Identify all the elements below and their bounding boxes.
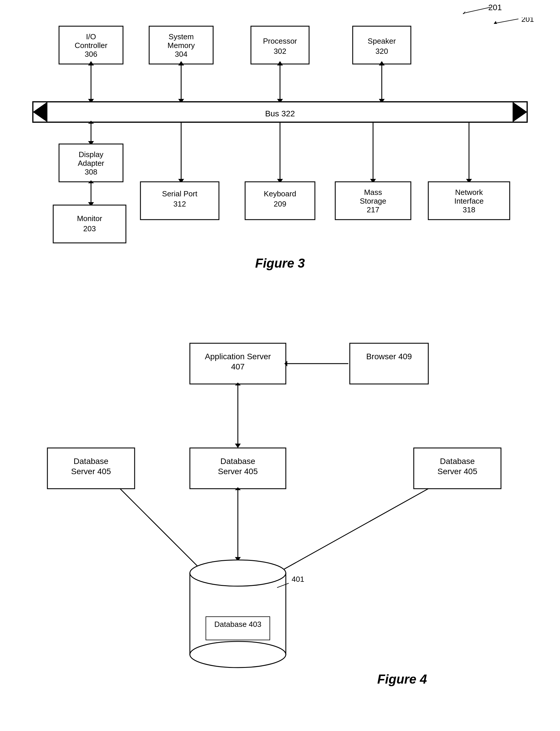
page-container: 201 I/O Controller 306 System Memory 304… [0, 0, 560, 731]
svg-text:312: 312 [173, 199, 186, 208]
svg-text:304: 304 [175, 50, 187, 58]
svg-text:Mass: Mass [364, 188, 382, 197]
svg-marker-67 [494, 21, 497, 24]
svg-text:Storage: Storage [360, 197, 386, 205]
svg-text:401: 401 [292, 575, 304, 584]
svg-text:Processor: Processor [263, 37, 297, 45]
svg-text:201: 201 [521, 17, 534, 24]
svg-rect-72 [350, 343, 428, 384]
svg-text:Keyboard: Keyboard [264, 189, 296, 198]
svg-line-66 [495, 19, 518, 23]
svg-text:Serial Port: Serial Port [162, 189, 197, 198]
svg-text:Speaker: Speaker [368, 37, 396, 45]
figure3-diagram: I/O Controller 306 System Memory 304 Pro… [24, 17, 536, 314]
svg-line-93 [277, 489, 428, 573]
svg-point-97 [190, 641, 286, 668]
svg-marker-1 [463, 11, 466, 14]
svg-point-96 [190, 560, 286, 586]
svg-line-91 [120, 489, 204, 573]
svg-text:Display: Display [79, 150, 103, 159]
svg-text:Controller: Controller [75, 41, 108, 50]
svg-text:I/O: I/O [86, 32, 96, 41]
svg-text:407: 407 [231, 362, 245, 371]
figure4-diagram: Application Server 407 Browser 409 Datab… [24, 320, 536, 731]
svg-rect-49 [53, 205, 126, 243]
figure3-caption: Figure 3 [255, 256, 305, 270]
svg-line-0 [464, 7, 490, 13]
bus-label: Bus 322 [265, 109, 295, 118]
svg-text:Memory: Memory [167, 41, 195, 50]
svg-text:Database: Database [74, 457, 108, 466]
svg-text:Network: Network [455, 188, 483, 197]
svg-text:Server 405: Server 405 [438, 467, 477, 476]
svg-text:System: System [169, 32, 194, 41]
svg-text:203: 203 [83, 224, 96, 233]
svg-text:Browser 409: Browser 409 [366, 352, 412, 361]
svg-text:Server 405: Server 405 [218, 467, 258, 476]
svg-text:Database: Database [440, 457, 475, 466]
svg-text:Server 405: Server 405 [71, 467, 111, 476]
figure4-caption: Figure 4 [377, 672, 427, 686]
svg-text:Monitor: Monitor [77, 214, 102, 223]
svg-text:Interface: Interface [454, 197, 484, 205]
ref-201-label: 201 [455, 3, 502, 19]
svg-text:Application Server: Application Server [205, 352, 271, 361]
svg-text:302: 302 [274, 47, 286, 56]
svg-text:Database: Database [220, 457, 255, 466]
svg-text:Adapter: Adapter [78, 159, 104, 167]
svg-text:217: 217 [367, 205, 379, 214]
svg-text:308: 308 [85, 167, 97, 176]
svg-text:318: 318 [463, 205, 475, 214]
svg-marker-77 [235, 444, 241, 448]
svg-text:306: 306 [85, 50, 97, 58]
svg-text:320: 320 [375, 47, 388, 56]
svg-text:209: 209 [274, 199, 286, 208]
svg-text:Database 403: Database 403 [214, 620, 261, 629]
